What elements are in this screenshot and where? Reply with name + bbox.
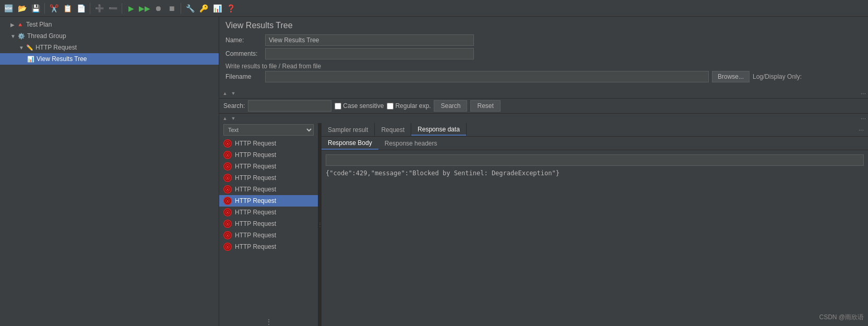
comments-label: Comments: (225, 50, 262, 57)
request-item-label: HTTP Request (235, 186, 276, 193)
request-item[interactable]: ✕ HTTP Request (219, 218, 318, 230)
test-plan-icon: 🔺 (17, 21, 24, 28)
toolbar-save[interactable]: 💾 (29, 2, 42, 15)
filename-input[interactable] (265, 71, 709, 82)
toolbar-cut[interactable]: ✂️ (47, 2, 60, 15)
search-button[interactable]: Search (434, 100, 467, 112)
request-list: ✕ HTTP Request ✕ HTTP Request ✕ HTTP Req… (219, 137, 318, 318)
error-icon: ✕ (223, 174, 232, 182)
request-item[interactable]: ✕ HTTP Request (219, 149, 318, 161)
main-container: ▶ 🔺 Test Plan ▼ ⚙️ Thread Group ▼ ✏️ HTT… (0, 17, 868, 326)
svg-text:✕: ✕ (226, 222, 229, 226)
request-item[interactable]: ✕ HTTP Request (219, 172, 318, 184)
error-icon: ✕ (223, 208, 232, 216)
response-body-text: {"code":429,"message":"Blocked by Sentin… (326, 169, 864, 178)
format-select[interactable]: Text HTML JSON XML Regexp Tester (223, 124, 314, 136)
reset-button[interactable]: Reset (470, 100, 500, 112)
tree-item-thread-group[interactable]: ▼ ⚙️ Thread Group (0, 30, 219, 42)
mini-ellipsis-2[interactable]: ··· (861, 115, 866, 122)
svg-text:✕: ✕ (226, 199, 229, 203)
search-label: Search: (223, 102, 245, 110)
vertical-drag-handle[interactable]: ⋮ (219, 318, 318, 326)
response-content: {"code":429,"message":"Blocked by Sentin… (322, 150, 868, 326)
request-item[interactable]: ✕ HTTP Request (219, 184, 318, 195)
toolbar-run-all[interactable]: ▶▶ (138, 2, 151, 15)
page-title: View Results Tree (225, 21, 862, 30)
tab-response-data[interactable]: Response data (411, 123, 467, 136)
toolbar-stop-all[interactable]: ⏹ (165, 2, 178, 15)
svg-text:✕: ✕ (226, 234, 229, 237)
toolbar-paste[interactable]: 📄 (75, 2, 87, 15)
log-display-label: Log/Display Only: (753, 73, 802, 80)
svg-text:✕: ✕ (226, 176, 229, 180)
toolbar-settings[interactable]: 🔧 (184, 2, 196, 15)
error-icon: ✕ (223, 243, 232, 251)
svg-text:✕: ✕ (226, 153, 229, 157)
request-item[interactable]: ✕ HTTP Request (219, 195, 318, 207)
sep4 (181, 3, 181, 14)
case-sensitive-checkbox[interactable] (335, 103, 341, 110)
request-item[interactable]: ✕ HTTP Request (219, 138, 318, 149)
toolbar-copy[interactable]: 📋 (61, 2, 74, 15)
regular-exp-label[interactable]: Regular exp. (387, 102, 431, 110)
split-panel: Text HTML JSON XML Regexp Tester ✕ HTTP … (219, 123, 868, 326)
mini-toolbar-2: ▲ ▼ ··· (219, 114, 868, 123)
request-item[interactable]: ✕ HTTP Request (219, 230, 318, 241)
toolbar-remove[interactable]: ➖ (106, 2, 119, 15)
sub-tab-response-headers[interactable]: Response headers (378, 137, 444, 150)
toolbar-security[interactable]: 🔑 (197, 2, 210, 15)
regular-exp-checkbox[interactable] (387, 103, 394, 110)
tab-request[interactable]: Request (375, 123, 411, 136)
mini-toolbar-1: ▲ ▼ ··· (219, 89, 868, 98)
request-item[interactable]: ✕ HTTP Request (219, 207, 318, 218)
svg-text:✕: ✕ (226, 245, 229, 249)
toolbar-open[interactable]: 📂 (16, 2, 28, 15)
svg-text:✕: ✕ (226, 188, 229, 191)
tree-expand-icon: ▼ (10, 33, 16, 39)
error-icon: ✕ (223, 162, 232, 171)
response-search-bar (326, 154, 864, 166)
browse-button[interactable]: Browse... (712, 71, 750, 82)
view-results-icon: 📊 (27, 56, 34, 63)
response-panel: Sampler result Request Response data ···… (322, 123, 868, 326)
comments-input[interactable] (265, 48, 474, 59)
tree-item-http-request[interactable]: ▼ ✏️ HTTP Request (0, 42, 219, 53)
filename-label: Filename (225, 73, 262, 80)
request-item-label: HTTP Request (235, 243, 276, 250)
mini-down-btn-2[interactable]: ▼ (230, 115, 237, 122)
response-filter-input[interactable] (328, 156, 861, 164)
mini-up-btn[interactable]: ▲ (221, 90, 229, 97)
sub-tab-response-body[interactable]: Response Body (322, 137, 378, 150)
toolbar-chart[interactable]: 📊 (211, 2, 223, 15)
error-icon: ✕ (223, 220, 232, 228)
thread-group-icon: ⚙️ (18, 33, 25, 40)
tree-item-view-results-tree[interactable]: 📊 View Results Tree (0, 53, 219, 65)
tab-ellipsis[interactable]: ··· (859, 126, 868, 134)
mini-down-btn[interactable]: ▼ (230, 90, 237, 97)
request-item[interactable]: ✕ HTTP Request (219, 161, 318, 172)
request-item-label: HTTP Request (235, 209, 276, 216)
format-selector-row: Text HTML JSON XML Regexp Tester (219, 123, 318, 137)
toolbar-run[interactable]: ▶ (125, 2, 137, 15)
sep2 (90, 3, 90, 14)
name-input[interactable] (265, 34, 474, 46)
error-icon: ✕ (223, 185, 232, 194)
mini-ellipsis-1[interactable]: ··· (861, 90, 866, 97)
search-bar: Search: Case sensitive Regular exp. Sear… (219, 98, 868, 114)
search-input[interactable] (248, 100, 331, 112)
toolbar-help[interactable]: ❓ (224, 2, 237, 15)
tree-item-label: Test Plan (26, 21, 52, 28)
toolbar-new[interactable]: 🆕 (2, 2, 15, 15)
request-item[interactable]: ✕ HTTP Request (219, 241, 318, 252)
tab-sampler-result[interactable]: Sampler result (322, 123, 375, 136)
sep1 (44, 3, 45, 14)
toolbar-add[interactable]: ➕ (93, 2, 105, 15)
mini-up-btn-2[interactable]: ▲ (221, 115, 229, 122)
tree-item-test-plan[interactable]: ▶ 🔺 Test Plan (0, 19, 219, 30)
svg-text:✕: ✕ (226, 211, 229, 214)
toolbar-stop[interactable]: ⏺ (152, 2, 164, 15)
svg-text:✕: ✕ (226, 165, 229, 168)
name-row: Name: (225, 34, 862, 46)
tree-item-label: HTTP Request (35, 44, 77, 51)
case-sensitive-label[interactable]: Case sensitive (335, 102, 384, 110)
